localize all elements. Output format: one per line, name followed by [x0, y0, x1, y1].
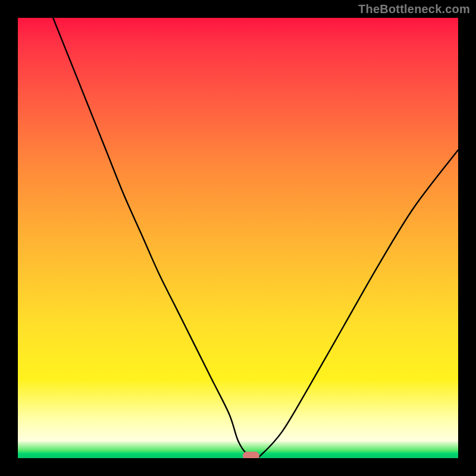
bottleneck-curve — [18, 18, 458, 458]
chart-frame: TheBottleneck.com — [0, 0, 476, 476]
optimal-marker — [243, 452, 259, 458]
watermark-text: TheBottleneck.com — [358, 2, 470, 16]
plot-area — [18, 18, 458, 458]
